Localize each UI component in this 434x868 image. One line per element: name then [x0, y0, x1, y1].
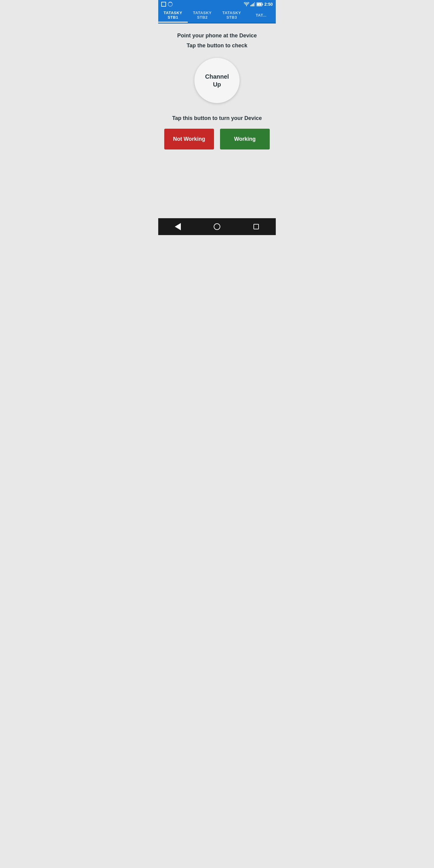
tap-device-text: Tap this button to turn your Device [172, 115, 262, 121]
svg-text:⚡: ⚡ [258, 3, 261, 6]
not-working-button[interactable]: Not Working [164, 129, 214, 150]
tab-bar: TATASKY STB1 TATASKY STB2 TATASKY STB3 T… [158, 8, 276, 24]
instruction-text-1: Point your phone at the Device [177, 33, 257, 39]
battery-icon: ⚡ [256, 2, 263, 6]
app-icon [161, 2, 166, 7]
working-button[interactable]: Working [220, 129, 270, 150]
signal-icon [250, 2, 255, 6]
instruction-text-2: Tap the button to check [187, 42, 247, 49]
bottom-nav [158, 218, 276, 235]
channel-up-wrapper: ChannelUp [194, 58, 240, 103]
status-bar: ⚡ 2:50 [158, 0, 276, 8]
wifi-icon [244, 2, 249, 6]
home-icon [214, 223, 220, 230]
channel-up-button[interactable]: ChannelUp [194, 58, 240, 103]
tab-stb3[interactable]: TATASKY STB3 [217, 8, 247, 23]
status-time: 2:50 [264, 2, 273, 7]
channel-up-label: ChannelUp [205, 73, 229, 88]
svg-rect-2 [252, 4, 253, 6]
status-bar-right: ⚡ 2:50 [244, 2, 273, 7]
recent-icon [253, 224, 259, 229]
status-bar-left [161, 2, 173, 7]
svg-point-0 [246, 5, 247, 6]
svg-rect-3 [253, 3, 254, 6]
svg-rect-6 [262, 4, 263, 5]
tab-stb2[interactable]: TATASKY STB2 [188, 8, 217, 23]
home-button[interactable] [208, 221, 226, 233]
svg-rect-4 [254, 2, 255, 6]
action-buttons: Not Working Working [164, 129, 270, 150]
main-content: Point your phone at the Device Tap the b… [158, 24, 276, 218]
tab-stb1[interactable]: TATASKY STB1 [158, 8, 188, 23]
spinner-icon [168, 2, 173, 7]
tab-stb4[interactable]: TAT... [247, 8, 276, 23]
recent-button[interactable] [247, 221, 265, 233]
back-button[interactable] [169, 221, 187, 233]
back-icon [175, 223, 181, 230]
svg-rect-1 [250, 5, 251, 6]
